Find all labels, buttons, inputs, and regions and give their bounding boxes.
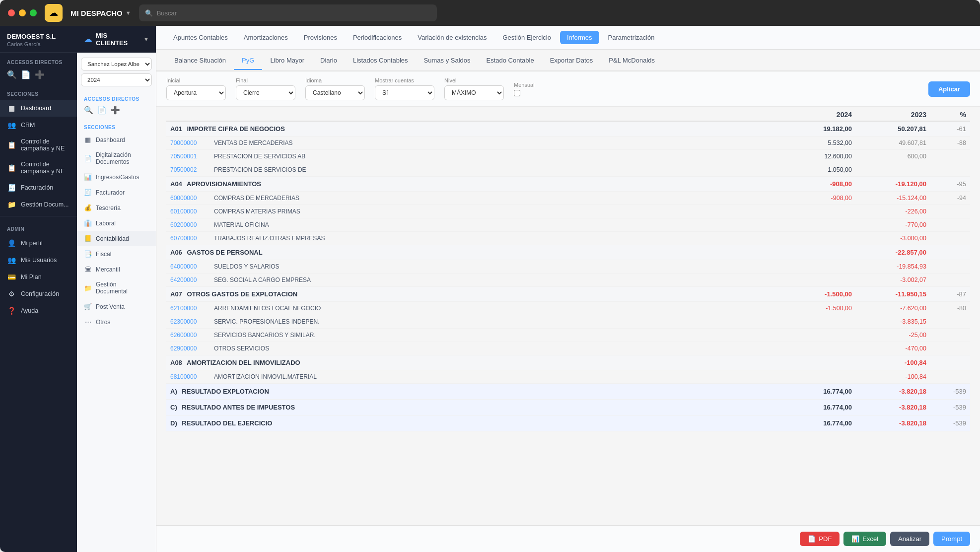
- sidebar-item-mi-plan[interactable]: 💳 Mi Plan: [0, 269, 77, 285]
- sidebar-item-crm[interactable]: 👥 CRM: [0, 117, 77, 134]
- detail-val2024: [781, 206, 856, 217]
- tab-variacion[interactable]: Variación de existencias: [411, 31, 493, 44]
- close-button[interactable]: [8, 9, 15, 16]
- search-input[interactable]: [157, 9, 431, 17]
- detail-val2024: [781, 261, 856, 272]
- account-code[interactable]: 64000000: [170, 263, 206, 270]
- facturacion-icon: 🧾: [7, 184, 16, 192]
- sub-sidebar-item-mercantil[interactable]: 🏛 Mercantil: [77, 262, 156, 277]
- sub-tab-pyg[interactable]: PyG: [234, 52, 262, 70]
- account-code[interactable]: 62100000: [170, 305, 206, 312]
- sub-sidebar-item-post-venta[interactable]: 🛒 Post Venta: [77, 299, 156, 314]
- filter-mostrar-cuentas-select[interactable]: Sí: [375, 85, 434, 100]
- account-code[interactable]: 62900000: [170, 345, 206, 352]
- result-label: A) RESULTADO EXPLOTACION: [166, 385, 781, 398]
- sub-sidebar-item-dashboard[interactable]: ▦ Dashboard: [77, 132, 156, 147]
- sub-sidebar-item-fiscal[interactable]: 📑 Fiscal: [77, 246, 156, 262]
- filter-idioma-select[interactable]: Castellano: [305, 85, 365, 100]
- sub-tab-sumas-saldos[interactable]: Sumas y Saldos: [416, 52, 479, 70]
- sub-sidebar-item-label: Post Venta: [96, 303, 125, 310]
- detail-label: 70500001 PRESTACION DE SERVICIOS AB: [166, 151, 781, 162]
- sidebar-item-label: Control de campañas y NE: [21, 161, 70, 175]
- tab-amortizaciones[interactable]: Amortizaciones: [237, 31, 295, 44]
- sub-sidebar-item-contabilidad[interactable]: 📒 Contabilidad: [77, 231, 156, 246]
- account-code[interactable]: 64200000: [170, 276, 206, 283]
- result-code: A): [170, 388, 177, 395]
- sub-sidebar-item-otros[interactable]: ⋯ Otros: [77, 314, 156, 330]
- sidebar-item-ayuda[interactable]: ❓ Ayuda: [0, 302, 77, 319]
- tab-periodificaciones[interactable]: Periodificaciones: [346, 31, 409, 44]
- table-row: 60100000 COMPRAS MATERIAS PRIMAS -226,00: [166, 205, 970, 218]
- account-code[interactable]: 62300000: [170, 318, 206, 325]
- sidebar-accesos-label: ACCESOS DIRECTOS: [0, 53, 77, 68]
- sub-tab-libro-mayor[interactable]: Libro Mayor: [262, 52, 312, 70]
- result-val2024: 16.774,00: [781, 401, 856, 414]
- account-code[interactable]: 70500001: [170, 153, 206, 160]
- account-name: OTROS SERVICIOS: [214, 345, 269, 352]
- excel-button[interactable]: 📊 Excel: [843, 532, 886, 546]
- sub-search-icon[interactable]: 🔍: [84, 106, 93, 115]
- tab-informes[interactable]: Informes: [560, 31, 599, 44]
- search-bar[interactable]: 🔍: [139, 4, 437, 21]
- section-val2023: -100,84: [856, 356, 930, 369]
- sub-tab-estado-contable[interactable]: Estado Contable: [479, 52, 542, 70]
- sidebar-item-mi-perfil[interactable]: 👤 Mi perfil: [0, 235, 77, 252]
- minimize-button[interactable]: [19, 9, 26, 16]
- detail-val2023: -3.002,07: [856, 275, 930, 285]
- filter-final-select[interactable]: Cierre: [236, 85, 295, 100]
- account-code[interactable]: 60700000: [170, 235, 206, 242]
- sub-tab-pl-mcdonalds[interactable]: P&L McDonalds: [601, 52, 663, 70]
- sub-sidebar-item-facturador[interactable]: 🧾 Facturador: [77, 185, 156, 200]
- filter-bar: Inicial Apertura Final Cierre Idioma: [156, 71, 980, 107]
- tab-provisiones[interactable]: Provisiones: [297, 31, 344, 44]
- sidebar-item-label: CRM: [21, 122, 35, 129]
- sub-tab-exportar-datos[interactable]: Exportar Datos: [542, 52, 601, 70]
- file-quick-icon[interactable]: 📄: [21, 70, 31, 79]
- sub-sidebar-item-digitalizacion[interactable]: 📄 Digitalización Documentos: [77, 147, 156, 169]
- year-select[interactable]: 2024: [81, 73, 152, 86]
- sidebar-item-campanas2[interactable]: 📋 Control de campañas y NE: [0, 156, 77, 179]
- account-code[interactable]: 70500002: [170, 166, 206, 173]
- section-name: IMPORTE CIFRA DE NEGOCIOS: [187, 125, 284, 133]
- filter-nivel-select[interactable]: MÁXIMO: [444, 85, 504, 100]
- section-val2024: [781, 356, 856, 369]
- tab-parametrizacion[interactable]: Parametrización: [601, 31, 662, 44]
- client-select[interactable]: Sanchez Lopez Albert...: [81, 58, 152, 70]
- apply-button[interactable]: Aplicar: [928, 81, 970, 97]
- sidebar-item-configuracion[interactable]: ⚙ Configuración: [0, 285, 77, 302]
- tab-gestion[interactable]: Gestión Ejercicio: [495, 31, 558, 44]
- sub-add-icon[interactable]: ➕: [111, 106, 120, 115]
- sub-tab-listados[interactable]: Listados Contables: [345, 52, 416, 70]
- sub-sidebar-item-laboral[interactable]: 👔 Laboral: [77, 215, 156, 231]
- sub-file-icon[interactable]: 📄: [97, 106, 107, 115]
- pdf-label: PDF: [819, 535, 832, 543]
- section-name: AMORTIZACION DEL INMOVILIZADO: [187, 359, 300, 366]
- sub-sidebar-item-tesoreria[interactable]: 💰 Tesorería: [77, 200, 156, 215]
- pdf-button[interactable]: 📄 PDF: [800, 532, 840, 546]
- account-code[interactable]: 60200000: [170, 221, 206, 228]
- sub-sidebar-item-gestion-documental[interactable]: 📁 Gestión Documental: [77, 277, 156, 299]
- sidebar-item-dashboard[interactable]: ▦ Dashboard: [0, 100, 77, 117]
- sidebar-item-mis-usuarios[interactable]: 👥 Mis Usuarios: [0, 252, 77, 269]
- sidebar-item-gestion-doc[interactable]: 📁 Gestión Docum...: [0, 196, 77, 213]
- account-code[interactable]: 60100000: [170, 208, 206, 215]
- account-code[interactable]: 70000000: [170, 139, 206, 146]
- sub-tab-diario[interactable]: Diario: [312, 52, 345, 70]
- detail-val2023: -19.854,93: [856, 261, 930, 272]
- sidebar-item-facturacion[interactable]: 🧾 Facturación: [0, 179, 77, 196]
- table-row: A04 APROVISIONAMIENTOS -908,00 -19.120,0…: [166, 177, 970, 192]
- account-code[interactable]: 62600000: [170, 332, 206, 339]
- account-code[interactable]: 68100000: [170, 373, 206, 380]
- filter-mensual-checkbox[interactable]: [514, 90, 520, 96]
- search-quick-icon[interactable]: 🔍: [7, 70, 17, 79]
- tab-apuntes[interactable]: Apuntes Contables: [166, 31, 235, 44]
- sidebar-item-campanas1[interactable]: 📋 Control de campañas y NE: [0, 134, 77, 156]
- account-code[interactable]: 60000000: [170, 195, 206, 202]
- analizar-button[interactable]: Analizar: [890, 532, 929, 546]
- sub-sidebar-item-ingresos-gastos[interactable]: 📊 Ingresos/Gastos: [77, 169, 156, 185]
- maximize-button[interactable]: [30, 9, 37, 16]
- filter-inicial-select[interactable]: Apertura: [166, 85, 226, 100]
- sub-tab-balance[interactable]: Balance Situación: [166, 52, 234, 70]
- prompt-button[interactable]: Prompt: [933, 532, 970, 546]
- add-quick-icon[interactable]: ➕: [35, 70, 45, 79]
